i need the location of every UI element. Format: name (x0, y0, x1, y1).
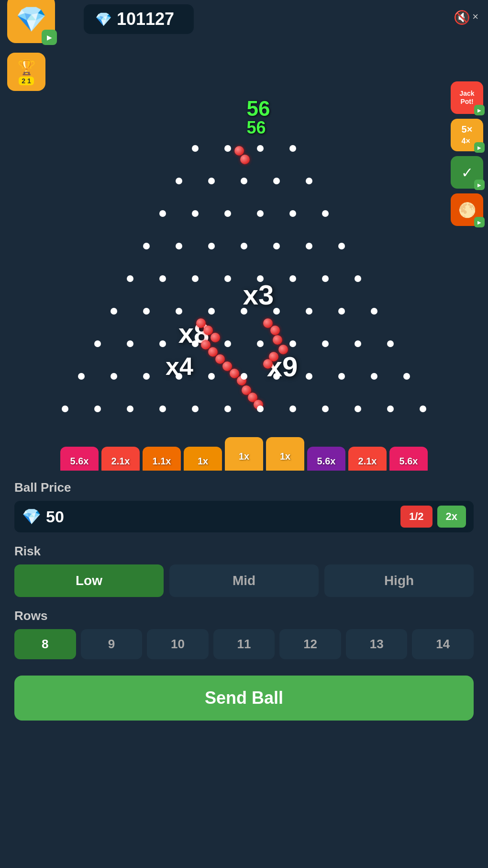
risk-low-button[interactable]: Low (14, 564, 164, 597)
bucket-label-8: 5.6x (399, 456, 418, 467)
peg-6-1 (127, 340, 133, 347)
peg-6-9 (387, 340, 394, 347)
peg-6-7 (322, 340, 329, 347)
gem-play-badge: ▶ (42, 30, 57, 45)
peg-6-5 (257, 340, 264, 347)
score-box: 💎 101127 (84, 4, 194, 34)
peg-0-2 (257, 145, 264, 152)
gem-icon-btn[interactable]: 💎 ▶ (7, 0, 55, 43)
peg-4-1 (159, 275, 166, 282)
rows-12-button[interactable]: 12 (279, 629, 341, 659)
peg-2-2 (224, 210, 231, 217)
risk-high-button[interactable]: High (324, 564, 474, 597)
peg-3-4 (273, 243, 280, 249)
half-price-button[interactable]: 1/2 (400, 506, 433, 528)
bucket-5[interactable]: 1x (266, 437, 304, 475)
peg-8-10 (387, 406, 394, 412)
multiplier-row: 5.6x 2.1x 1.1x 1x 1x 1x 5.6x 2.1x 5.6x (60, 437, 428, 475)
multiplier-x3: x3 (243, 279, 274, 311)
game-board: x3 x8 x4 x9 56 56 (0, 29, 488, 445)
peg-8-5 (224, 406, 231, 412)
rows-row: 8 9 10 11 12 13 14 (14, 629, 474, 659)
ball-20 (263, 359, 273, 369)
rows-11-button[interactable]: 11 (213, 629, 275, 659)
ball-price-row: 💎 50 1/2 2x (14, 501, 474, 532)
peg-7-1 (111, 373, 117, 380)
mute-button[interactable]: 🔇 × (454, 10, 478, 25)
rows-9-button[interactable]: 9 (81, 629, 143, 659)
bucket-label-1: 2.1x (111, 456, 130, 467)
peg-0-3 (289, 145, 296, 152)
score-popup: 56 56 (247, 98, 270, 136)
peg-7-6 (273, 373, 280, 380)
ball-2 (240, 155, 250, 164)
peg-6-2 (159, 340, 166, 347)
peg-0-0 (192, 145, 199, 152)
rows-10-button[interactable]: 10 (147, 629, 209, 659)
controls-panel: Ball Price 💎 50 1/2 2x Risk Low Mid High… (0, 471, 488, 868)
peg-8-8 (322, 406, 329, 412)
peg-7-2 (143, 373, 150, 380)
ball-price-diamond-icon: 💎 (22, 507, 41, 526)
risk-label: Risk (14, 544, 474, 559)
peg-6-3 (192, 340, 199, 347)
rows-14-button[interactable]: 14 (412, 629, 474, 659)
bucket-label-6: 5.6x (317, 456, 336, 467)
peg-3-6 (338, 243, 345, 249)
top-bar: 💎 ▶ 💎 101127 🔇 × (0, 0, 488, 38)
peg-2-1 (192, 210, 199, 217)
rows-8-button[interactable]: 8 (14, 629, 76, 659)
peg-8-0 (62, 406, 68, 412)
peg-6-4 (224, 340, 231, 347)
peg-0-1 (224, 145, 231, 152)
mute-icon: 🔇 (454, 10, 470, 25)
gem-icon: 💎 (16, 5, 47, 34)
peg-2-0 (159, 210, 166, 217)
peg-1-2 (241, 178, 247, 184)
ball-17 (273, 335, 282, 345)
peg-4-5 (289, 275, 296, 282)
ball-18 (278, 345, 288, 354)
rows-13-button[interactable]: 13 (346, 629, 408, 659)
peg-4-7 (355, 275, 361, 282)
peg-1-1 (208, 178, 215, 184)
peg-4-0 (127, 275, 133, 282)
double-price-button[interactable]: 2x (437, 506, 466, 528)
peg-1-0 (176, 178, 182, 184)
bucket-label-5: 1x (280, 451, 290, 462)
risk-mid-button[interactable]: Mid (169, 564, 319, 597)
peg-8-11 (420, 406, 426, 412)
send-ball-button[interactable]: Send Ball (14, 676, 474, 721)
peg-3-0 (143, 243, 150, 249)
peg-5-7 (338, 308, 345, 315)
peg-4-4 (257, 275, 264, 282)
ball-price-section: Ball Price 💎 50 1/2 2x (14, 480, 474, 532)
bucket-label-3: 1x (198, 456, 208, 467)
mute-x: × (472, 11, 478, 23)
peg-6-6 (289, 340, 296, 347)
peg-5-6 (306, 308, 312, 315)
peg-8-7 (289, 406, 296, 412)
peg-4-6 (322, 275, 329, 282)
peg-7-7 (306, 373, 312, 380)
peg-2-5 (322, 210, 329, 217)
peg-3-1 (176, 243, 182, 249)
ball-price-label: Ball Price (14, 480, 474, 495)
peg-3-5 (306, 243, 312, 249)
peg-7-8 (338, 373, 345, 380)
peg-3-2 (208, 243, 215, 249)
peg-5-8 (371, 308, 377, 315)
peg-8-2 (127, 406, 133, 412)
peg-4-2 (192, 275, 199, 282)
peg-8-4 (192, 406, 199, 412)
peg-6-0 (94, 340, 101, 347)
bucket-label-2: 1.1x (153, 456, 171, 467)
peg-5-0 (111, 308, 117, 315)
peg-3-3 (241, 243, 247, 249)
peg-5-3 (208, 308, 215, 315)
ball-1 (234, 146, 244, 156)
peg-8-3 (159, 406, 166, 412)
bucket-4[interactable]: 1x (225, 437, 263, 475)
score-value: 101127 (117, 9, 174, 29)
peg-2-4 (289, 210, 296, 217)
